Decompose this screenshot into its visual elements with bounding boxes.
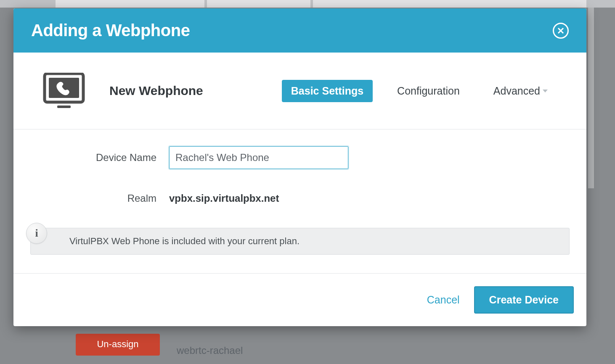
add-webphone-modal: Adding a Webphone New Webphone Basic Set…: [13, 8, 586, 326]
tab-bar: Basic Settings Configuration Advanced: [282, 80, 557, 102]
modal-header: Adding a Webphone: [13, 8, 586, 53]
info-message: VirtulPBX Web Phone is included with you…: [69, 236, 300, 246]
modal-subhead: New Webphone Basic Settings Configuratio…: [13, 53, 586, 129]
tab-configuration[interactable]: Configuration: [388, 80, 469, 102]
cancel-button[interactable]: Cancel: [427, 294, 460, 306]
unassign-button: Un-assign: [76, 334, 160, 356]
subhead-title: New Webphone: [109, 84, 203, 98]
bg-row-text: webrtc-rachael: [177, 345, 243, 356]
tab-label: Configuration: [397, 85, 460, 97]
info-icon: i: [26, 223, 47, 244]
svg-rect-3: [49, 78, 79, 98]
realm-value: vpbx.sip.virtualpbx.net: [169, 187, 279, 209]
modal-title: Adding a Webphone: [31, 21, 190, 40]
tab-label: Basic Settings: [291, 85, 363, 97]
close-icon: [557, 27, 565, 34]
chevron-down-icon: [543, 90, 548, 92]
modal-body: Device Name Realm vpbx.sip.virtualpbx.ne…: [13, 129, 586, 255]
modal-footer: Cancel Create Device: [13, 273, 586, 326]
device-name-row: Device Name: [43, 146, 557, 169]
device-name-input[interactable]: [169, 146, 348, 169]
device-name-label: Device Name: [43, 152, 169, 164]
svg-rect-4: [57, 106, 71, 108]
realm-row: Realm vpbx.sip.virtualpbx.net: [43, 187, 557, 209]
webphone-device-icon: [43, 73, 85, 109]
create-device-button[interactable]: Create Device: [474, 286, 574, 314]
tab-advanced[interactable]: Advanced: [484, 80, 557, 102]
tab-label: Advanced: [493, 85, 540, 97]
tab-basic-settings[interactable]: Basic Settings: [282, 80, 373, 102]
close-button[interactable]: [553, 23, 569, 39]
info-bar: i VirtulPBX Web Phone is included with y…: [30, 228, 570, 255]
realm-label: Realm: [43, 193, 169, 204]
